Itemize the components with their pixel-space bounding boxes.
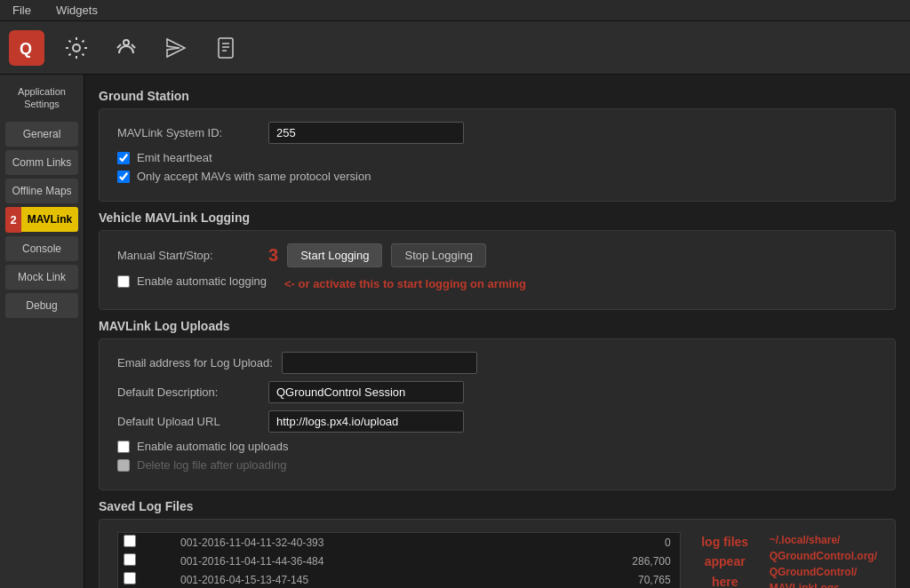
email-label: Email address for Log Upload: bbox=[117, 356, 273, 369]
svg-point-2 bbox=[73, 44, 80, 52]
sidebar: Application Settings General Comm Links … bbox=[0, 75, 84, 588]
start-logging-button[interactable]: Start Logging bbox=[287, 243, 382, 267]
manual-label: Manual Start/Stop: bbox=[117, 249, 259, 262]
delete-log-row: Delete log file after uploading bbox=[117, 458, 877, 472]
log-row-checkbox[interactable] bbox=[124, 553, 136, 566]
delete-log-checkbox[interactable] bbox=[117, 459, 130, 472]
log-filename: 001-2016-11-04-11-32-40-393 bbox=[175, 533, 550, 552]
manual-startstop-row: Manual Start/Stop: 3 Start Logging Stop … bbox=[117, 243, 877, 267]
sidebar-item-mocklink[interactable]: Mock Link bbox=[5, 265, 78, 290]
sidebar-item-offlinemaps[interactable]: Offline Maps bbox=[5, 179, 78, 203]
log-row-checkbox[interactable] bbox=[124, 572, 136, 584]
email-input[interactable] bbox=[282, 352, 477, 374]
mavlink-id-label: MAVLink System ID: bbox=[117, 126, 259, 139]
log-filesize: 70,765 bbox=[550, 570, 680, 588]
upload-url-input[interactable] bbox=[268, 410, 464, 433]
emit-heartbeat-label[interactable]: Emit heartbeat bbox=[137, 151, 212, 164]
logging-hint-text: <- or activate this to start logging on … bbox=[284, 277, 526, 290]
log-appear-hint: log filesappearhere bbox=[690, 532, 761, 588]
description-input[interactable] bbox=[268, 381, 464, 403]
auto-upload-checkbox[interactable] bbox=[117, 441, 130, 453]
upload-url-label: Default Upload URL bbox=[117, 415, 259, 428]
log-filesize: 286,700 bbox=[550, 552, 680, 570]
auto-logging-checkbox[interactable] bbox=[117, 275, 130, 288]
mavlink-id-row: MAVLink System ID: bbox=[117, 122, 877, 144]
sidebar-title: Application Settings bbox=[5, 82, 78, 118]
description-label: Default Description: bbox=[117, 385, 259, 399]
auto-logging-row: Enable automatic logging bbox=[117, 274, 267, 288]
auto-logging-label[interactable]: Enable automatic logging bbox=[137, 274, 267, 288]
log-filename: 001-2016-04-15-13-47-145 bbox=[175, 570, 550, 588]
table-row[interactable]: 001-2016-11-04-11-32-40-393 0 bbox=[118, 533, 681, 552]
log-filename: 001-2016-11-04-11-44-36-484 bbox=[175, 552, 550, 570]
app-logo-icon[interactable]: Q bbox=[9, 30, 44, 66]
log-path-hint: ~/.local/share/QGroundControl.org/QGroun… bbox=[770, 532, 877, 588]
emit-heartbeat-checkbox[interactable] bbox=[117, 152, 130, 164]
sidebar-item-general[interactable]: General bbox=[5, 122, 78, 147]
log-uploads-title: MAVLink Log Uploads bbox=[99, 319, 896, 333]
vehicle-toolbar-icon[interactable] bbox=[108, 30, 144, 66]
only-accept-checkbox[interactable] bbox=[117, 171, 130, 183]
sidebar-item-console[interactable]: Console bbox=[5, 236, 78, 261]
table-row[interactable]: 001-2016-11-04-11-44-36-484 286,700 bbox=[118, 552, 681, 570]
emit-heartbeat-row: Emit heartbeat bbox=[117, 151, 877, 164]
saved-logs-title: Saved Log Files bbox=[99, 499, 896, 513]
log-uploads-box: Email address for Log Upload: Default De… bbox=[99, 338, 896, 490]
ground-station-title: Ground Station bbox=[99, 89, 896, 103]
delete-log-label[interactable]: Delete log file after uploading bbox=[137, 458, 286, 472]
only-accept-label[interactable]: Only accept MAVs with same protocol vers… bbox=[137, 170, 371, 183]
menu-widgets[interactable]: Widgets bbox=[51, 2, 103, 19]
saved-logs-box: 001-2016-11-04-11-32-40-393 0 001-2016-1… bbox=[99, 519, 896, 588]
log-row-checkbox[interactable] bbox=[124, 535, 136, 547]
email-row: Email address for Log Upload: bbox=[117, 352, 877, 374]
stop-logging-button[interactable]: Stop Logging bbox=[391, 243, 486, 267]
send-toolbar-icon[interactable] bbox=[158, 30, 194, 66]
content-area: Ground Station MAVLink System ID: Emit h… bbox=[84, 75, 910, 588]
log-table-wrapper: 001-2016-11-04-11-32-40-393 0 001-2016-1… bbox=[117, 532, 681, 588]
svg-point-3 bbox=[124, 40, 129, 45]
log-files-table: 001-2016-11-04-11-32-40-393 0 001-2016-1… bbox=[117, 532, 681, 588]
table-row[interactable]: 001-2016-04-15-13-47-145 70,765 bbox=[118, 570, 681, 588]
only-accept-row: Only accept MAVs with same protocol vers… bbox=[117, 170, 877, 183]
sidebar-item-commlinks[interactable]: Comm Links bbox=[5, 150, 78, 175]
menubar: File Widgets bbox=[0, 0, 910, 21]
log-filesize: 0 bbox=[550, 533, 680, 552]
menu-file[interactable]: File bbox=[7, 2, 36, 19]
document-toolbar-icon[interactable] bbox=[208, 30, 243, 66]
vehicle-logging-box: Manual Start/Stop: 3 Start Logging Stop … bbox=[99, 230, 896, 310]
upload-url-row: Default Upload URL bbox=[117, 410, 877, 433]
toolbar: Q bbox=[0, 21, 910, 75]
description-row: Default Description: bbox=[117, 381, 877, 403]
mavlink-id-input[interactable] bbox=[268, 122, 464, 144]
auto-upload-label[interactable]: Enable automatic log uploads bbox=[137, 440, 289, 453]
svg-rect-4 bbox=[219, 38, 233, 58]
main-layout: Application Settings General Comm Links … bbox=[0, 75, 910, 588]
log-section-inner: 001-2016-11-04-11-32-40-393 0 001-2016-1… bbox=[117, 532, 877, 588]
sidebar-item-mavlink[interactable]: 2 MAVLink bbox=[5, 207, 78, 233]
svg-text:Q: Q bbox=[20, 40, 32, 58]
settings-toolbar-icon[interactable] bbox=[59, 30, 94, 66]
sidebar-item-debug[interactable]: Debug bbox=[5, 293, 78, 318]
step-number: 3 bbox=[268, 245, 278, 266]
mavlink-badge: 2 bbox=[5, 207, 21, 233]
ground-station-box: MAVLink System ID: Emit heartbeat Only a… bbox=[99, 108, 896, 202]
mavlink-label: MAVLink bbox=[21, 207, 78, 232]
auto-upload-row: Enable automatic log uploads bbox=[117, 440, 877, 453]
vehicle-logging-title: Vehicle MAVLink Logging bbox=[99, 211, 896, 225]
